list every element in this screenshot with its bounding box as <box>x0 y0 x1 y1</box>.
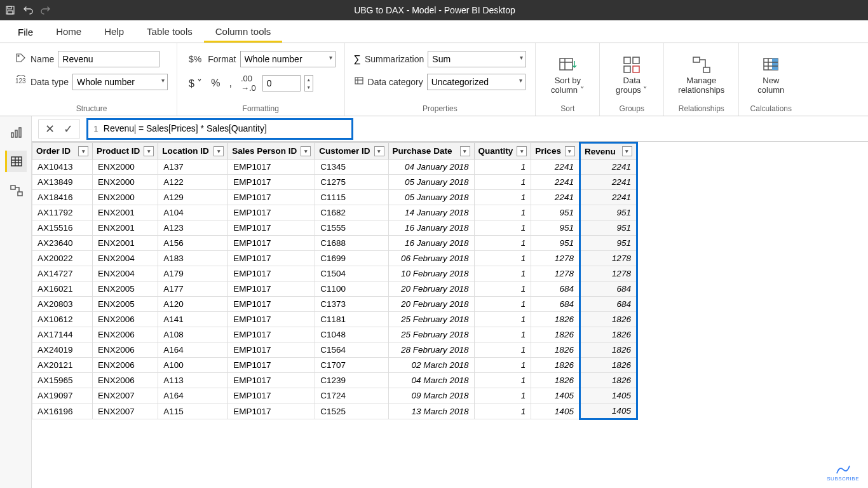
tab-home[interactable]: Home <box>44 21 93 43</box>
cell[interactable]: C1564 <box>315 342 388 358</box>
cell[interactable]: A179 <box>158 266 228 281</box>
cell[interactable]: 1826 <box>531 312 580 327</box>
cell[interactable]: AX20022 <box>32 251 93 266</box>
cell[interactable]: 1278 <box>580 266 637 281</box>
decimals-down[interactable]: ▼ <box>306 85 311 90</box>
table-row[interactable]: AX15965ENX2006A113EMP1017C123904 March 2… <box>32 373 637 388</box>
cell[interactable]: 1 <box>474 403 531 419</box>
data-groups-button[interactable]: Data groups ˅ <box>609 51 654 104</box>
cell[interactable]: 2241 <box>531 159 580 175</box>
cell[interactable]: ENX2007 <box>93 403 158 419</box>
format-select[interactable] <box>240 51 336 67</box>
cell[interactable]: C1345 <box>315 159 388 175</box>
table-row[interactable]: AX13849ENX2000A122EMP1017C127505 January… <box>32 175 637 190</box>
column-filter-button[interactable]: ▾ <box>622 146 632 156</box>
cell[interactable]: C1688 <box>315 236 388 251</box>
column-header[interactable]: Purchase Date▾ <box>388 143 474 159</box>
cell[interactable]: A164 <box>158 342 228 358</box>
column-filter-button[interactable]: ▾ <box>301 146 311 156</box>
cell[interactable]: A122 <box>158 175 228 190</box>
cell[interactable]: 2241 <box>580 175 637 190</box>
table-row[interactable]: AX16021ENX2005A177EMP1017C110020 Februar… <box>32 281 637 297</box>
cell[interactable]: ENX2000 <box>93 159 158 175</box>
name-field[interactable] <box>58 51 159 67</box>
cell[interactable]: A164 <box>158 388 228 403</box>
cell[interactable]: EMP1017 <box>228 220 315 236</box>
cell[interactable]: 09 March 2018 <box>388 388 474 403</box>
cell[interactable]: 05 January 2018 <box>388 175 474 190</box>
cell[interactable]: A108 <box>158 327 228 342</box>
cell[interactable]: A115 <box>158 403 228 419</box>
cell[interactable]: 951 <box>580 236 637 251</box>
table-row[interactable]: AX15516ENX2001A123EMP1017C155516 January… <box>32 220 637 236</box>
cell[interactable]: AX19097 <box>32 388 93 403</box>
summarization-select[interactable] <box>428 51 526 67</box>
column-filter-button[interactable]: ▾ <box>460 146 470 156</box>
column-filter-button[interactable]: ▾ <box>565 146 575 156</box>
cell[interactable]: 1 <box>474 220 531 236</box>
cell[interactable]: ENX2007 <box>93 388 158 403</box>
tab-table-tools[interactable]: Table tools <box>135 21 204 43</box>
cell[interactable]: A183 <box>158 251 228 266</box>
new-column-button[interactable]: New column <box>748 51 794 104</box>
cell[interactable]: 1826 <box>580 327 637 342</box>
cell[interactable]: 1 <box>474 251 531 266</box>
cell[interactable]: 28 February 2018 <box>388 342 474 358</box>
cell[interactable]: ENX2000 <box>93 190 158 205</box>
table-row[interactable]: AX19097ENX2007A164EMP1017C172409 March 2… <box>32 388 637 403</box>
cell[interactable]: AX20121 <box>32 358 93 373</box>
cell[interactable]: 684 <box>531 281 580 297</box>
column-header[interactable]: Customer ID▾ <box>315 143 388 159</box>
cell[interactable]: 1826 <box>531 327 580 342</box>
cell[interactable]: A137 <box>158 159 228 175</box>
cell[interactable]: A104 <box>158 205 228 220</box>
undo-icon[interactable] <box>23 5 33 15</box>
sort-by-column-button[interactable]: Sort by column ˅ <box>545 51 590 104</box>
cell[interactable]: 951 <box>531 236 580 251</box>
cell[interactable]: C1239 <box>315 373 388 388</box>
model-view-button[interactable] <box>5 180 27 201</box>
cell[interactable]: C1048 <box>315 327 388 342</box>
cell[interactable]: ENX2006 <box>93 312 158 327</box>
cell[interactable]: 1 <box>474 205 531 220</box>
column-header[interactable]: Revenu▾ <box>580 143 637 159</box>
decimal-button[interactable]: .00→.0 <box>238 74 259 93</box>
cell[interactable]: EMP1017 <box>228 175 315 190</box>
cell[interactable]: 2241 <box>580 190 637 205</box>
column-header[interactable]: Order ID▾ <box>32 143 93 159</box>
cell[interactable]: ENX2001 <box>93 236 158 251</box>
cell[interactable]: C1115 <box>315 190 388 205</box>
cell[interactable]: 1 <box>474 159 531 175</box>
cell[interactable]: ENX2006 <box>93 327 158 342</box>
cell[interactable]: ENX2001 <box>93 205 158 220</box>
formula-input[interactable]: 1 Revenu = Sales[Prices] * Sales[Quantit… <box>86 118 353 140</box>
table-row[interactable]: AX11792ENX2001A104EMP1017C168214 January… <box>32 205 637 220</box>
cell[interactable]: 1278 <box>580 251 637 266</box>
cell[interactable]: AX15516 <box>32 220 93 236</box>
cell[interactable]: C1275 <box>315 175 388 190</box>
cell[interactable]: A141 <box>158 312 228 327</box>
datatype-select[interactable] <box>72 74 168 90</box>
cell[interactable]: EMP1017 <box>228 373 315 388</box>
table-row[interactable]: AX20022ENX2004A183EMP1017C169906 Februar… <box>32 251 637 266</box>
cell[interactable]: AX23640 <box>32 236 93 251</box>
cell[interactable]: 1 <box>474 297 531 312</box>
cell[interactable]: 684 <box>531 297 580 312</box>
data-grid-scroll[interactable]: Order ID▾Product ID▾Location ID▾Sales Pe… <box>32 142 868 488</box>
category-select[interactable] <box>427 74 526 90</box>
cell[interactable]: A120 <box>158 297 228 312</box>
cell[interactable]: A113 <box>158 373 228 388</box>
cell[interactable]: C1682 <box>315 205 388 220</box>
cell[interactable]: ENX2000 <box>93 175 158 190</box>
cell[interactable]: 1278 <box>531 266 580 281</box>
cell[interactable]: 1 <box>474 281 531 297</box>
cell[interactable]: 1405 <box>531 403 580 419</box>
cell[interactable]: ENX2004 <box>93 266 158 281</box>
cell[interactable]: C1181 <box>315 312 388 327</box>
table-row[interactable]: AX23640ENX2001A156EMP1017C168816 January… <box>32 236 637 251</box>
cell[interactable]: 684 <box>580 297 637 312</box>
cell[interactable]: AX13849 <box>32 175 93 190</box>
cell[interactable]: A123 <box>158 220 228 236</box>
cell[interactable]: 684 <box>580 281 637 297</box>
table-row[interactable]: AX16196ENX2007A115EMP1017C152513 March 2… <box>32 403 637 419</box>
